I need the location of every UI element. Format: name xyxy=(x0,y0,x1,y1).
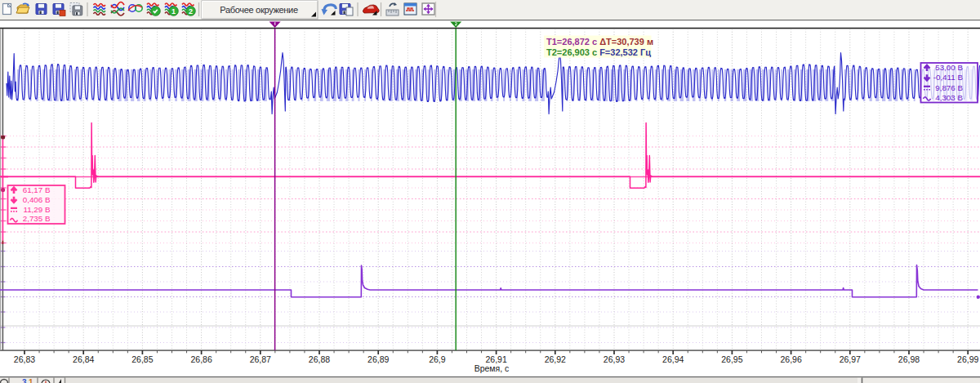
svg-text:26,93: 26,93 xyxy=(604,354,625,364)
svg-text:2: 2 xyxy=(189,7,193,16)
svg-text:26,97: 26,97 xyxy=(840,354,861,364)
svg-text:1: 1 xyxy=(172,7,176,16)
svg-text:2,735 В: 2,735 В xyxy=(23,214,51,223)
svg-text:Рабочее окружение: Рабочее окружение xyxy=(220,5,298,15)
svg-text:26,91: 26,91 xyxy=(485,354,506,364)
svg-text:26,95: 26,95 xyxy=(721,354,742,364)
svg-text:26,86: 26,86 xyxy=(190,354,212,364)
svg-text:3: 3 xyxy=(22,378,27,383)
svg-text:26,9: 26,9 xyxy=(429,354,446,364)
svg-text:9,876 В: 9,876 В xyxy=(935,83,963,92)
svg-text:26,83: 26,83 xyxy=(14,354,35,364)
svg-text:11,29 В: 11,29 В xyxy=(23,205,51,214)
svg-text:26,99: 26,99 xyxy=(957,354,978,364)
svg-text:4,303 В: 4,303 В xyxy=(935,93,963,102)
svg-text:26,92: 26,92 xyxy=(545,354,566,364)
svg-text:T2=26,903 с F=32,532 Гц: T2=26,903 с F=32,532 Гц xyxy=(546,47,651,57)
svg-text:Время, с: Время, с xyxy=(474,363,510,373)
svg-text:26,87: 26,87 xyxy=(250,354,271,364)
svg-text:26,89: 26,89 xyxy=(368,354,389,364)
svg-text:1: 1 xyxy=(29,378,33,383)
svg-text:26,98: 26,98 xyxy=(898,354,920,364)
svg-text:0,406 В: 0,406 В xyxy=(23,195,51,204)
svg-text:T1=26,872 с ΔT=30,739 м: T1=26,872 с ΔT=30,739 м xyxy=(546,37,653,47)
svg-text:26,84: 26,84 xyxy=(73,354,94,364)
svg-text:26,94: 26,94 xyxy=(662,354,684,364)
svg-text:53,00 В: 53,00 В xyxy=(935,63,963,72)
svg-text:26,88: 26,88 xyxy=(309,354,330,364)
svg-text:26,85: 26,85 xyxy=(131,354,153,364)
svg-text:61,17 В: 61,17 В xyxy=(23,185,51,194)
svg-text:-0,411 В: -0,411 В xyxy=(933,73,964,82)
svg-text:26,96: 26,96 xyxy=(780,354,801,364)
